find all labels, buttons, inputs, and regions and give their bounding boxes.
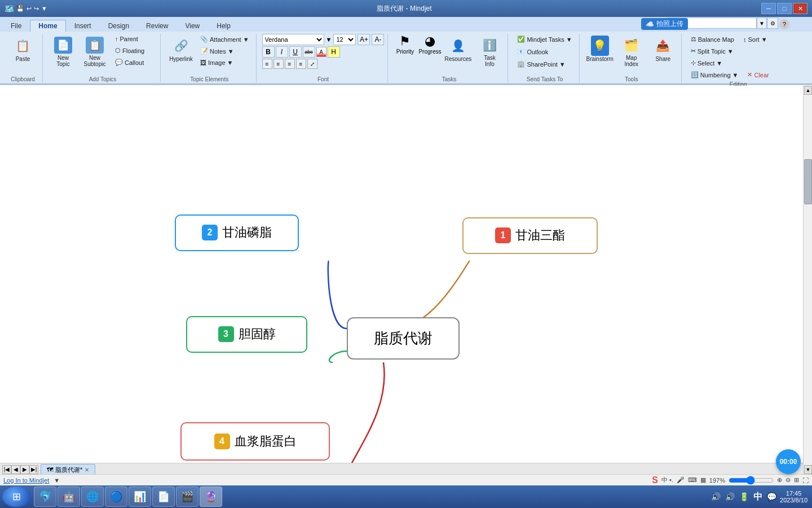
tab-next-button[interactable]: ▶ bbox=[20, 465, 29, 474]
numbering-button[interactable]: 🔢 Numbering ▼ bbox=[687, 69, 742, 80]
taskbar-network-icon[interactable]: 🔊 bbox=[710, 491, 722, 502]
tab-help[interactable]: Help bbox=[208, 20, 239, 32]
document-tab-active[interactable]: 🗺 脂质代谢* ✕ bbox=[41, 464, 95, 475]
outlook-button[interactable]: 📧 Outlook bbox=[514, 46, 559, 57]
align-center-button[interactable]: ≡ bbox=[273, 59, 284, 69]
vscroll-thumb[interactable] bbox=[804, 159, 812, 204]
resources-button[interactable]: 👤 Resources bbox=[443, 34, 473, 70]
quick-redo[interactable]: ↪ bbox=[34, 5, 39, 12]
align-right-button[interactable]: ≡ bbox=[285, 59, 295, 69]
taskbar-app-2[interactable]: 🌐 bbox=[81, 487, 104, 507]
timer-button[interactable]: 00:00 bbox=[776, 449, 801, 474]
notes-dropdown[interactable]: ▼ bbox=[228, 48, 234, 55]
taskbar-app-4[interactable]: 📊 bbox=[129, 487, 151, 507]
taskbar-app-1[interactable]: 🤖 bbox=[58, 487, 80, 507]
node-4[interactable]: 4 血浆脂蛋白 bbox=[180, 422, 330, 461]
zoom-in-button[interactable]: ⊕ bbox=[777, 476, 782, 484]
clear-button[interactable]: ✕ Clear bbox=[744, 69, 789, 80]
taskbar-battery-icon[interactable]: 🔋 bbox=[738, 491, 750, 502]
balance-map-button[interactable]: ⚖ Balance Map bbox=[687, 34, 738, 45]
image-dropdown[interactable]: ▼ bbox=[227, 59, 233, 66]
taskbar-app-3[interactable]: 🔵 bbox=[105, 487, 127, 507]
status-lang[interactable]: 中 •. bbox=[661, 476, 673, 484]
node-3[interactable]: 3 胆固醇 bbox=[186, 316, 307, 353]
font-size-dropdown[interactable]: ▼ bbox=[326, 36, 332, 43]
mindjet-tasks-button[interactable]: ✅ Mindjet Tasks ▼ bbox=[514, 34, 575, 45]
tab-close-button[interactable]: ✕ bbox=[85, 467, 89, 473]
attachment-button[interactable]: 📎 Attachment ▼ bbox=[197, 34, 253, 45]
task-info-button[interactable]: ℹ️ Task Info bbox=[475, 34, 504, 70]
tab-home[interactable]: Home bbox=[30, 20, 65, 32]
minimize-button[interactable]: ─ bbox=[761, 3, 776, 14]
font-size-select[interactable]: 12 bbox=[333, 34, 356, 45]
taskbar-app-0[interactable]: 🐬 bbox=[34, 487, 56, 507]
cloud-login-button[interactable]: ☁️ 拍照上传 bbox=[641, 18, 688, 30]
floating-button[interactable]: ⬡ Floating bbox=[112, 45, 157, 56]
taskbar-app-7[interactable]: 🔮 bbox=[200, 487, 222, 507]
progress-button[interactable]: ◕ Progress bbox=[418, 34, 441, 55]
status-layout[interactable]: ▦ bbox=[700, 476, 706, 484]
start-button[interactable]: ⊞ bbox=[2, 487, 30, 507]
share-button[interactable]: 📤 Share bbox=[648, 34, 678, 70]
bold-button[interactable]: B bbox=[262, 46, 275, 58]
attachment-dropdown[interactable]: ▼ bbox=[243, 36, 249, 43]
close-button[interactable]: ✕ bbox=[793, 3, 807, 14]
sharepoint-dropdown[interactable]: ▼ bbox=[559, 61, 566, 68]
callout-button[interactable]: 💬 Callout bbox=[112, 57, 157, 68]
split-topic-button[interactable]: ✂ Split Topic ▼ bbox=[687, 46, 737, 56]
tab-first-button[interactable]: |◀ bbox=[2, 465, 11, 474]
font-shrink-button[interactable]: A- bbox=[372, 34, 384, 45]
align-left-button[interactable]: ≡ bbox=[262, 59, 272, 69]
canvas[interactable]: 脂质代谢 + 2 甘油磷脂 1 甘油三酯 + + 3 胆固醇 + 4 血浆脂蛋白 bbox=[0, 86, 803, 474]
taskbar-app-6[interactable]: 🎬 bbox=[176, 487, 198, 507]
vscroll-down[interactable]: ▼ bbox=[804, 465, 812, 474]
quick-save[interactable]: 💾 bbox=[16, 5, 24, 12]
quick-extra[interactable]: ▼ bbox=[41, 5, 47, 12]
maximize-button[interactable]: □ bbox=[777, 3, 792, 14]
vscroll-up[interactable]: ▲ bbox=[804, 86, 812, 95]
tab-file[interactable]: File bbox=[2, 20, 30, 32]
status-keyboard[interactable]: ⌨ bbox=[688, 476, 697, 484]
vertical-scrollbar[interactable]: ▲ ▼ bbox=[803, 86, 812, 474]
login-link[interactable]: Log In to Mindjet bbox=[3, 477, 49, 484]
help-button[interactable]: ? bbox=[779, 19, 789, 29]
search-dropdown[interactable]: ▼ bbox=[757, 17, 767, 29]
tab-last-button[interactable]: ▶| bbox=[29, 465, 38, 474]
mindjet-tasks-dropdown[interactable]: ▼ bbox=[566, 36, 572, 43]
status-mic[interactable]: 🎤 bbox=[677, 476, 685, 484]
zoom-slider[interactable] bbox=[729, 476, 774, 485]
sort-dropdown[interactable]: ▼ bbox=[761, 36, 767, 43]
quick-undo[interactable]: ↩ bbox=[27, 5, 32, 12]
zoom-out-button[interactable]: ⊖ bbox=[785, 476, 791, 484]
numbering-dropdown[interactable]: ▼ bbox=[732, 72, 739, 78]
login-dropdown[interactable]: ▼ bbox=[54, 477, 60, 484]
search-options[interactable]: ⚙ bbox=[767, 17, 778, 29]
font-format-extra[interactable]: ⤢ bbox=[307, 59, 317, 69]
strikethrough-button[interactable]: abc bbox=[303, 46, 315, 58]
node-2[interactable]: 1 甘油三酯 bbox=[462, 217, 598, 254]
font-color-button[interactable]: A bbox=[316, 47, 326, 57]
sharepoint-button[interactable]: 🏢 SharePoint ▼ bbox=[514, 59, 568, 69]
fit-button[interactable]: ⊞ bbox=[794, 476, 799, 484]
image-button[interactable]: 🖼 Image ▼ bbox=[197, 58, 253, 68]
tab-insert[interactable]: Insert bbox=[66, 20, 100, 32]
sort-button[interactable]: ↕ Sort ▼ bbox=[740, 34, 785, 45]
font-family-select[interactable]: Verdana bbox=[262, 34, 324, 45]
fullscreen-button[interactable]: ⛶ bbox=[802, 477, 809, 484]
new-subtopic-button[interactable]: 📋 New Subtopic bbox=[80, 34, 109, 70]
align-justify-button[interactable]: ≡ bbox=[296, 59, 306, 69]
parent-button[interactable]: ↑ Parent bbox=[112, 34, 157, 44]
node-1[interactable]: 2 甘油磷脂 bbox=[175, 214, 299, 251]
brainstorm-button[interactable]: 💡 Brainstorm bbox=[585, 34, 615, 70]
split-topic-dropdown[interactable]: ▼ bbox=[727, 48, 734, 55]
hyperlink-button[interactable]: 🔗 Hyperlink bbox=[166, 34, 196, 70]
tab-prev-button[interactable]: ◀ bbox=[11, 465, 20, 474]
notes-button[interactable]: 📝 Notes ▼ bbox=[197, 46, 253, 56]
taskbar-app-5[interactable]: 📄 bbox=[152, 487, 175, 507]
underline-button[interactable]: U bbox=[289, 46, 302, 58]
italic-button[interactable]: I bbox=[276, 46, 288, 58]
taskbar-lang-icon[interactable]: 中 bbox=[752, 490, 764, 504]
highlight-button[interactable]: H bbox=[328, 46, 340, 58]
taskbar-ime-icon[interactable]: 💬 bbox=[766, 491, 778, 502]
tab-design[interactable]: Design bbox=[100, 20, 138, 32]
